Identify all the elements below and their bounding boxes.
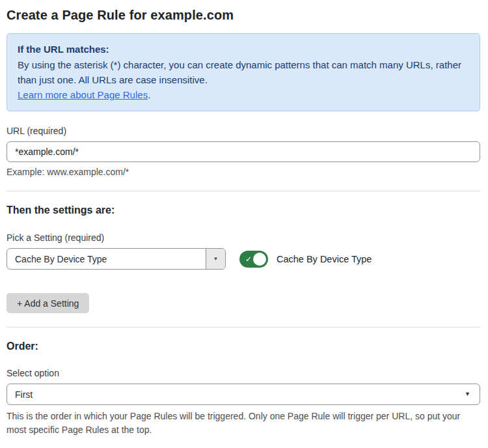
page-title: Create a Page Rule for example.com (7, 8, 480, 23)
toggle-knob (253, 253, 266, 266)
order-section-heading: Order: (7, 341, 480, 352)
cache-device-toggle[interactable]: ✓ (239, 251, 268, 268)
toggle-label: Cache By Device Type (277, 254, 372, 264)
add-setting-button[interactable]: + Add a Setting (7, 293, 89, 313)
setting-select-arrow-button[interactable]: ▼ (206, 249, 225, 269)
url-input[interactable] (7, 141, 480, 162)
info-box-link-row: Learn more about Page Rules. (18, 87, 469, 102)
info-box-heading: If the URL matches: (18, 42, 469, 57)
pick-setting-label: Pick a Setting (required) (7, 232, 480, 243)
url-label: URL (required) (7, 126, 480, 136)
check-icon: ✓ (245, 255, 252, 263)
setting-row: Cache By Device Type ▼ ✓ Cache By Device… (7, 248, 480, 270)
create-page-rule-form: Create a Page Rule for example.com If th… (0, 0, 488, 448)
divider (7, 327, 480, 328)
link-suffix: . (148, 89, 150, 100)
order-select[interactable]: First ▼ (7, 384, 480, 405)
learn-more-link[interactable]: Learn more about Page Rules (18, 89, 148, 100)
info-box-body: By using the asterisk (*) character, you… (18, 57, 469, 87)
chevron-down-icon: ▼ (465, 391, 470, 397)
order-select-value: First (7, 389, 33, 400)
url-match-info-box: If the URL matches: By using the asteris… (7, 33, 480, 111)
order-helper-text: This is the order in which your Page Rul… (7, 410, 479, 437)
setting-select[interactable]: Cache By Device Type ▼ (7, 248, 226, 270)
divider (7, 191, 480, 191)
setting-select-value: Cache By Device Type (7, 254, 107, 264)
chevron-down-icon: ▼ (213, 257, 219, 262)
select-option-label: Select option (7, 368, 480, 378)
url-example-helper: Example: www.example.com/* (7, 167, 480, 177)
settings-section-heading: Then the settings are: (7, 204, 480, 216)
